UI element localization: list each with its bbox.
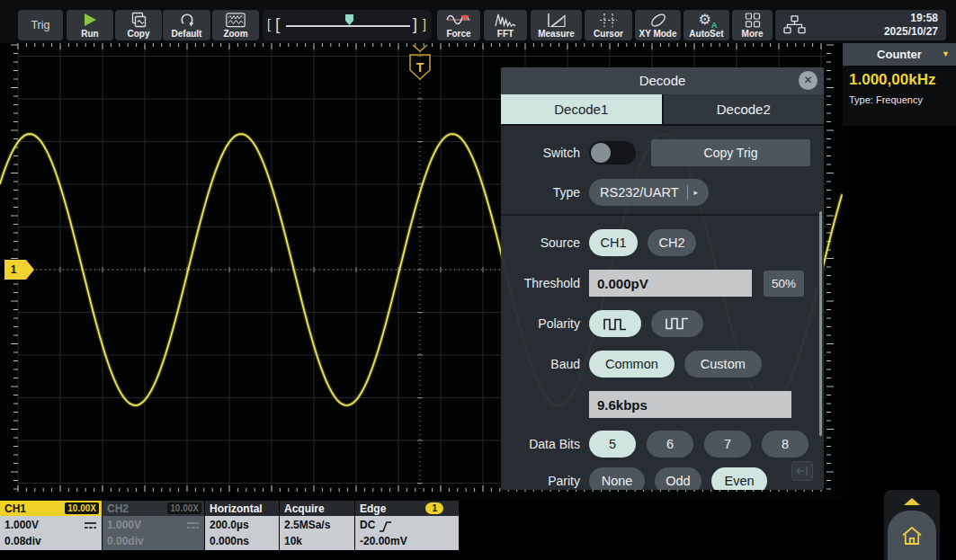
baud-custom-option[interactable]: Custom — [684, 351, 762, 378]
ch1-probe-badge: 10.00X — [65, 502, 99, 514]
trigger-position-marker: T — [416, 60, 424, 75]
baud-common-option[interactable]: Common — [589, 351, 675, 378]
source-ch1-option[interactable]: CH1 — [589, 229, 638, 256]
ch2-probe-badge: 10.00X — [167, 502, 201, 514]
copy-pages-icon — [130, 11, 147, 29]
default-button[interactable]: Default — [163, 10, 210, 40]
tab-decode1[interactable]: Decode1 — [501, 94, 662, 124]
ch2-status-block[interactable]: CH2 10.00X 1.000V 0.00div — [103, 501, 204, 550]
horizontal-status-block[interactable]: Horizontal 200.0µs 0.000ns — [205, 501, 279, 550]
parity-even-option[interactable]: Even — [711, 467, 767, 490]
clock-date: 2025/10/27 — [884, 25, 938, 39]
counter-header[interactable]: Counter ▼ — [843, 43, 956, 66]
copy-button[interactable]: Copy — [115, 10, 162, 40]
slider-outer-left-bracket: [ — [267, 17, 271, 31]
measure-triangle-icon — [547, 11, 567, 29]
polarity-negative-option[interactable] — [651, 310, 703, 337]
data-bits-6-option[interactable]: 6 — [647, 431, 693, 458]
switch-label: Switch — [501, 146, 589, 160]
type-value: RS232/UART — [600, 185, 679, 200]
parity-none-option[interactable]: None — [589, 467, 645, 490]
polarity-label: Polarity — [501, 316, 589, 331]
play-icon — [83, 11, 97, 29]
data-bits-7-option[interactable]: 7 — [704, 431, 751, 458]
trig-label: Trig — [31, 19, 49, 31]
clock-panel[interactable]: 19:58 2025/10/27 — [775, 10, 946, 40]
fft-button[interactable]: FFT — [484, 10, 527, 40]
dialog-scrollbar[interactable] — [819, 211, 822, 436]
parity-odd-option[interactable]: Odd — [655, 467, 701, 490]
spectrum-icon — [495, 11, 516, 29]
negative-pulse-icon — [666, 317, 689, 331]
home-icon — [901, 526, 923, 546]
trigger-level: -20.00mV — [360, 533, 454, 549]
measure-button[interactable]: Measure — [531, 10, 582, 40]
counter-title: Counter — [877, 48, 922, 61]
acquire-status-block[interactable]: Acquire 2.5MSa/s 10k — [280, 501, 354, 550]
collapse-up-arrow-icon[interactable] — [904, 498, 920, 505]
type-divider — [687, 185, 688, 200]
top-toolbar: Trig Run Copy — [0, 0, 956, 43]
copy-trig-button[interactable]: Copy Trig — [651, 139, 810, 166]
run-button[interactable]: Run — [67, 10, 113, 40]
trigger-status-block[interactable]: Edge 1 DC -20.00mV — [355, 501, 459, 550]
xy-mode-button[interactable]: XY Mode — [635, 10, 681, 40]
autoset-button[interactable]: ⚙ A AutoSet — [683, 10, 729, 40]
type-select[interactable]: RS232/UART ▸ — [589, 179, 709, 206]
clock-time: 19:58 — [884, 12, 938, 25]
grid-squares-icon — [745, 11, 761, 29]
ch1-status-block[interactable]: CH1 10.00X 1.000V 0.08div — [0, 501, 102, 550]
trig-button[interactable]: Trig — [18, 10, 63, 40]
wave-zoom-icon — [226, 11, 246, 29]
type-label: Type — [501, 185, 589, 200]
force-trigger-icon — [446, 11, 471, 29]
slider-track — [286, 25, 410, 27]
trigger-title: Edge — [360, 502, 386, 515]
chevron-down-icon[interactable]: ▼ — [942, 50, 950, 58]
baud-label: Baud — [501, 357, 589, 371]
cursor-button[interactable]: Cursor — [585, 10, 632, 40]
data-bits-5-option[interactable]: 5 — [589, 431, 636, 458]
slider-inner-left-bracket: [ — [275, 14, 280, 34]
section-divider — [501, 214, 824, 216]
threshold-input[interactable]: 0.000pV — [589, 270, 752, 297]
horizontal-delay: 0.000ns — [210, 533, 274, 549]
panel-dock-icon[interactable] — [791, 461, 813, 481]
cursor-crosshair-icon — [599, 11, 619, 29]
counter-type: Type: Frequency — [843, 89, 956, 105]
source-ch2-option[interactable]: CH2 — [648, 229, 696, 256]
ch2-offset: 0.00div — [107, 533, 200, 549]
zoom-button[interactable]: Zoom — [212, 10, 259, 40]
decode-switch-toggle[interactable] — [589, 141, 636, 164]
trigger-source-badge: 1 — [425, 502, 443, 514]
positive-pulse-icon — [603, 317, 627, 331]
memory-depth: 10k — [284, 533, 350, 549]
timebase: 200.0µs — [210, 517, 274, 533]
close-icon[interactable]: ✕ — [799, 71, 818, 90]
data-bits-8-option[interactable]: 8 — [762, 431, 809, 458]
slider-inner-right-bracket: ] — [413, 14, 417, 34]
home-button[interactable] — [888, 511, 936, 560]
slider-outer-right-bracket: ] — [423, 17, 426, 31]
force-button[interactable]: Force — [437, 10, 480, 40]
home-corner-panel — [884, 490, 940, 560]
ch1-level-marker: 1 — [11, 263, 17, 276]
decode-dialog: Decode ✕ Decode1 Decode2 Switch Copy Tri… — [501, 67, 824, 490]
ch2-scale: 1.000V — [107, 517, 141, 533]
acquire-title: Acquire — [284, 502, 325, 515]
rising-edge-icon — [379, 520, 392, 533]
slider-position-marker[interactable] — [345, 14, 353, 25]
network-lan-icon — [783, 15, 806, 38]
horizontal-title: Horizontal — [210, 502, 263, 515]
oscilloscope-screen: Trig Run Copy — [0, 0, 956, 560]
tab-decode2[interactable]: Decode2 — [664, 94, 825, 124]
dc-coupling-icon — [186, 521, 200, 529]
horizontal-position-slider[interactable]: [ [ ] ] — [263, 10, 432, 40]
decode-tabs: Decode1 Decode2 — [501, 94, 824, 126]
baud-rate-input[interactable]: 9.6kbps — [589, 391, 791, 418]
threshold-50pct-button[interactable]: 50% — [764, 271, 804, 297]
ch1-offset: 0.08div — [4, 533, 97, 549]
more-button[interactable]: More — [732, 10, 773, 40]
polarity-positive-option[interactable] — [589, 310, 641, 337]
dc-coupling-icon — [84, 521, 97, 529]
